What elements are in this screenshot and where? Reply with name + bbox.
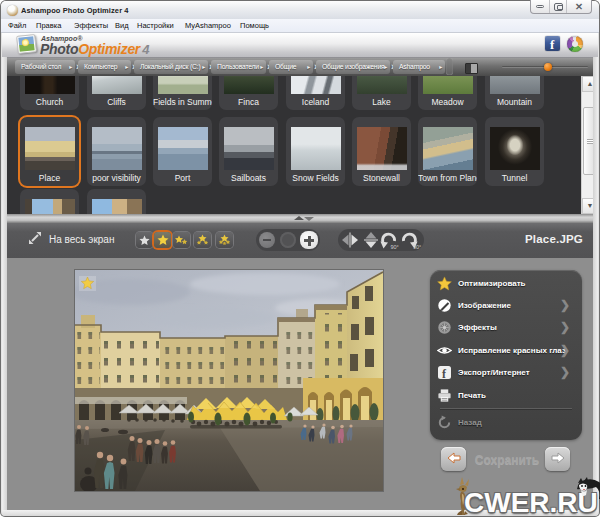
svg-text:90°: 90° [413,244,421,250]
svg-text:90°: 90° [391,244,399,250]
